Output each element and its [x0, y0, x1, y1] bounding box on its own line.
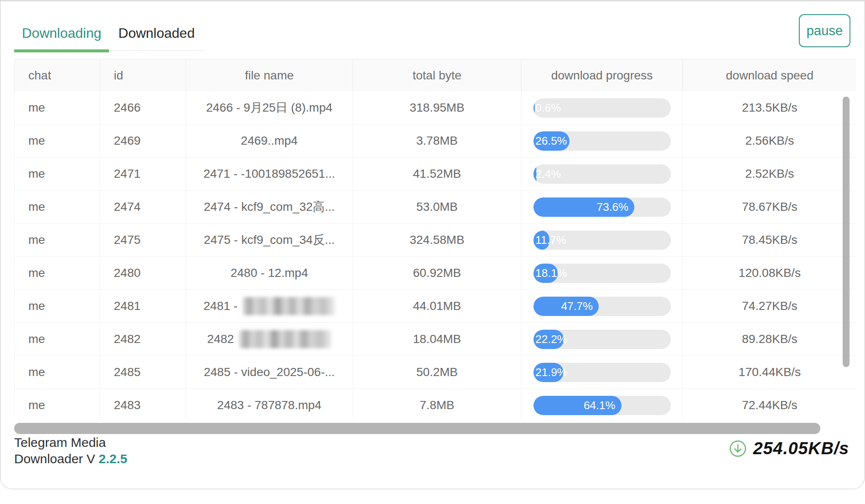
cell-speed: 72.44KB/s	[683, 389, 856, 419]
cell-id: 2481	[100, 290, 186, 322]
cell-id: 2482	[100, 323, 186, 355]
table-row: me 2483 2483 - 787878.mp4 7.8MB 64.1% 72…	[15, 389, 856, 419]
cell-progress: 11.7%	[521, 224, 683, 256]
cell-progress: 26.5%	[521, 124, 683, 157]
progress-label: 47.7%	[561, 297, 593, 316]
cell-file: 2469..mp4	[186, 124, 353, 157]
cell-file: 2482	[186, 323, 353, 355]
progress-track: 0.6%	[533, 98, 671, 118]
progress-track: 64.1%	[533, 396, 671, 415]
progress-track: 26.5%	[533, 131, 671, 151]
progress-track: 47.7%	[533, 297, 671, 316]
censored-filename-blur	[239, 330, 332, 348]
downloads-table: chat id file name total byte download pr…	[14, 59, 856, 419]
cell-chat: me	[15, 323, 100, 355]
pause-button[interactable]: pause	[799, 14, 850, 47]
cell-speed: 89.28KB/s	[683, 323, 856, 355]
tab-bar: Downloading Downloaded	[14, 17, 204, 51]
column-header-file-name: file name	[186, 59, 353, 91]
progress-track: 18.1%	[533, 264, 671, 283]
cell-speed: 78.45KB/s	[683, 224, 856, 256]
cell-speed: 2.56KB/s	[683, 124, 856, 157]
cell-file: 2474 - kcf9_com_32高...	[186, 191, 353, 223]
table-row: me 2485 2485 - video_2025-06-... 50.2MB …	[15, 356, 856, 389]
cell-chat: me	[15, 158, 100, 190]
progress-fill	[533, 98, 535, 118]
cell-speed: 74.27KB/s	[683, 290, 856, 322]
cell-size: 41.52MB	[353, 158, 521, 190]
cell-file: 2480 - 12.mp4	[186, 257, 353, 289]
tab-downloading[interactable]: Downloading	[14, 17, 109, 49]
cell-size: 18.04MB	[353, 323, 521, 355]
vertical-scrollbar-thumb[interactable]	[843, 97, 850, 367]
cell-progress: 21.9%	[521, 356, 683, 389]
cell-size: 7.8MB	[353, 389, 521, 419]
table-row: me 2474 2474 - kcf9_com_32高... 53.0MB 73…	[15, 191, 856, 224]
cell-chat: me	[15, 224, 100, 256]
pause-button-label: pause	[807, 23, 843, 39]
cell-progress: 73.6%	[521, 191, 683, 223]
cell-chat: me	[15, 91, 100, 124]
cell-speed: 2.52KB/s	[683, 158, 856, 190]
cell-size: 44.01MB	[353, 290, 521, 322]
app-title-line2: Downloader V 2.2.5	[14, 451, 128, 467]
active-tab-indicator	[14, 49, 109, 52]
cell-id: 2471	[100, 158, 186, 190]
cell-speed: 213.5KB/s	[683, 91, 856, 124]
cell-progress: 18.1%	[521, 257, 683, 289]
cell-id: 2466	[100, 91, 186, 124]
cell-file: 2471 - -100189852651...	[186, 158, 353, 190]
cell-chat: me	[15, 389, 100, 419]
progress-track: 73.6%	[533, 197, 671, 217]
cell-progress: 22.2%	[521, 323, 683, 355]
column-header-chat: chat	[15, 59, 100, 91]
table-row: me 2466 2466 - 9月25日 (8).mp4 318.95MB 0.…	[15, 91, 856, 124]
tab-downloaded[interactable]: Downloaded	[109, 17, 204, 49]
cell-size: 318.95MB	[353, 91, 521, 124]
progress-track: 2.4%	[533, 164, 671, 184]
table-row: me 2481 2481 - 44.01MB 47.7% 74.27KB/s	[15, 290, 856, 323]
window-top-border	[0, 0, 865, 1]
table-body: me 2466 2466 - 9月25日 (8).mp4 318.95MB 0.…	[14, 91, 856, 419]
cell-id: 2469	[100, 124, 186, 157]
horizontal-scrollbar-thumb[interactable]	[14, 423, 820, 434]
progress-label: 64.1%	[584, 396, 615, 415]
cell-speed: 78.67KB/s	[683, 191, 856, 223]
cell-progress: 0.6%	[521, 91, 683, 124]
cell-file: 2481 -	[186, 290, 353, 322]
cell-size: 3.78MB	[353, 124, 521, 157]
progress-label: 0.6%	[536, 98, 561, 118]
cell-file: 2475 - kcf9_com_34反...	[186, 224, 353, 256]
table-row: me 2475 2475 - kcf9_com_34反... 324.58MB …	[15, 224, 856, 257]
app-title-line1: Telegram Media	[14, 434, 128, 451]
cell-speed: 170.44KB/s	[683, 356, 856, 389]
cell-chat: me	[15, 124, 100, 157]
cell-speed: 120.08KB/s	[683, 257, 856, 289]
progress-label: 21.9%	[536, 363, 567, 382]
app-version: 2.2.5	[99, 452, 128, 466]
tab-downloading-label: Downloading	[22, 25, 101, 41]
cell-chat: me	[15, 356, 100, 389]
progress-label: 22.2%	[536, 330, 567, 349]
table-row: me 2471 2471 - -100189852651... 41.52MB …	[15, 158, 856, 191]
cell-chat: me	[15, 191, 100, 223]
cell-progress: 47.7%	[521, 290, 683, 322]
cell-size: 50.2MB	[353, 356, 521, 389]
cell-size: 324.58MB	[353, 224, 521, 256]
cell-file: 2485 - video_2025-06-...	[186, 356, 353, 389]
progress-label: 73.6%	[597, 197, 628, 217]
total-speed-indicator: 254.05KB/s	[729, 439, 849, 458]
progress-track: 11.7%	[533, 231, 671, 250]
cell-progress: 2.4%	[521, 158, 683, 190]
table-row: me 2482 2482 18.04MB 22.2% 89.28KB/s	[15, 323, 856, 356]
table-row: me 2469 2469..mp4 3.78MB 26.5% 2.56KB/s	[15, 124, 856, 158]
cell-progress: 64.1%	[521, 389, 683, 419]
cell-file: 2483 - 787878.mp4	[186, 389, 353, 419]
progress-label: 26.5%	[536, 131, 567, 151]
cell-id: 2474	[100, 191, 186, 223]
tab-downloaded-label: Downloaded	[119, 25, 195, 41]
table-row: me 2480 2480 - 12.mp4 60.92MB 18.1% 120.…	[15, 257, 856, 290]
censored-filename-blur	[243, 297, 335, 315]
progress-track: 21.9%	[533, 363, 671, 382]
table-header-row: chat id file name total byte download pr…	[14, 59, 856, 91]
